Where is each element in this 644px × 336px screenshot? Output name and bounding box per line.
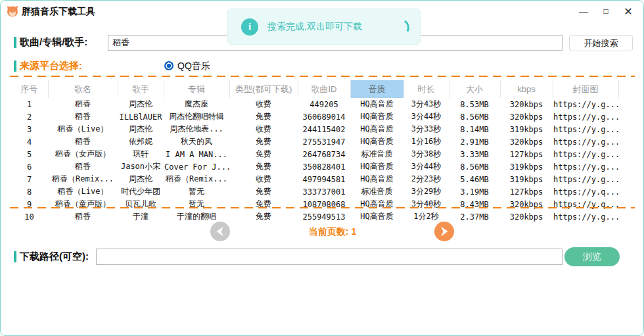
column-header[interactable]: 歌名 [48,80,118,98]
table-cell: HQ高音质 [350,198,403,210]
minimize-button[interactable]: — [572,3,595,20]
table-cell: 5.46MB [449,173,500,185]
table-cell [618,160,635,173]
accent-bar [14,37,16,48]
maximize-button[interactable]: □ [595,3,617,20]
table-cell: 3分44秒 [403,110,449,123]
table-cell: 2 [11,110,48,123]
table-cell [618,185,635,198]
table-cell: 6 [11,160,48,173]
column-header[interactable]: 封面图 [553,80,618,98]
table-cell: 127kbps [500,148,553,160]
dashed-divider-bottom [10,207,635,208]
column-header[interactable]: 歌手 [118,80,164,98]
table-cell: https://y.g... [553,123,618,135]
table-cell: 稻香 [48,98,118,110]
qq-music-radio[interactable] [164,61,173,70]
search-label: 歌曲/专辑/歌手: [20,36,87,49]
table-cell: 暂无 [164,198,229,210]
table-cell: 9 [11,198,48,210]
toast-message: 搜索完成,双击即可下载 [267,21,362,33]
table-cell: 320kbps [500,135,553,148]
table-cell: 稻香（童声版） [48,198,118,210]
table-cell: 3 [11,123,48,135]
column-header[interactable]: 大小 [449,80,500,98]
table-cell: 497994581 [298,173,350,185]
table-cell: 周杰伦 [118,173,164,185]
table-cell: 108708068 [298,198,350,210]
table-cell: 360689014 [298,110,350,123]
table-cell: 3分38秒 [403,148,449,160]
download-path-input[interactable] [96,249,563,265]
column-header[interactable]: 音质 [350,80,403,98]
results-table: 序号歌名歌手专辑类型(都可下载)歌曲ID音质时长大小kbps封面图 1稻香周杰伦… [11,80,635,223]
table-row[interactable]: 2稻香ILLBlAUER周杰伦翻唱特辑免费360689014HQ高音质3分44秒… [11,110,635,123]
table-cell: 于潼 [118,210,164,223]
table-cell: 免费 [229,110,298,123]
column-header[interactable]: kbps [500,80,553,98]
close-button[interactable]: ✕ [617,3,639,20]
table-cell: 8.53MB [449,98,500,110]
table-cell: 稻香（Remix... [164,173,229,185]
table-cell: 时代少年团 [118,185,164,198]
column-header[interactable]: 专辑 [164,80,229,98]
table-row[interactable]: 9稻香（童声版）贝瓦儿歌暂无免费108708068HQ高音质3分40秒8.43M… [11,198,635,210]
table-cell: 周杰伦 [118,123,164,135]
table-cell: https://y.g... [553,110,618,123]
table-cell: 免费 [229,198,298,210]
table-row[interactable]: 6稻香Jason小宋Cover For J...免费350828401HQ高音质… [11,160,635,173]
next-page-button[interactable] [434,222,454,241]
table-cell: 秋天的风 [164,135,229,148]
table-cell: 免费 [229,148,298,160]
table-cell: 3.19MB [449,185,500,198]
prev-arrow-icon [210,222,230,241]
table-cell: 琪轩 [118,148,164,160]
table-cell: https://y.g... [553,98,618,110]
table-cell: 333737001 [298,185,350,198]
table-row[interactable]: 1稻香周杰伦魔杰座收费449205HQ高音质3分43秒8.53MB320kbps… [11,98,635,110]
column-header[interactable]: 序号 [11,80,48,98]
column-header[interactable]: 类型(都可下载) [229,80,298,98]
table-row[interactable]: 5稻香（女声版）琪轩I AM A MAN...免费264768734标准音质3分… [11,148,635,160]
table-cell: 周杰伦翻唱特辑 [164,110,229,123]
table-cell: 3分44秒 [403,160,449,173]
table-cell [618,198,635,210]
column-header[interactable]: 歌曲ID [298,80,350,98]
table-cell: 449205 [298,98,350,110]
table-cell [618,110,635,123]
qq-music-radio-label[interactable]: QQ音乐 [177,60,210,72]
table-row[interactable]: 4稻香依邦妮秋天的风免费275531947HQ高音质1分16秒2.91MB320… [11,135,635,148]
prev-page-button[interactable] [210,222,230,241]
table-cell: HQ高音质 [350,160,403,173]
start-search-button[interactable]: 开始搜索 [569,35,633,51]
table-cell: 1分16秒 [403,135,449,148]
table-cell: 3分33秒 [403,123,449,135]
table-cell [618,173,635,185]
table-cell: 周杰伦地表... [164,123,229,135]
table-row[interactable]: 3稻香（Live）周杰伦周杰伦地表...收费244115402HQ高音质3分33… [11,123,635,135]
table-cell: HQ高音质 [350,173,403,185]
table-cell: 3分29秒 [403,185,449,198]
table-cell: https://y.g... [553,173,618,185]
table-cell [618,210,635,223]
table-cell: 320kbps [500,198,553,210]
table-cell: 收费 [229,173,298,185]
table-cell: 8.14MB [449,123,500,135]
table-cell: 3分40秒 [403,198,449,210]
table-cell: HQ高音质 [350,210,403,223]
table-row[interactable]: 7稻香（Remix...周杰伦稻香（Remix...收费497994581HQ高… [11,173,635,185]
table-cell: 4 [11,135,48,148]
table-cell: 暂无 [164,185,229,198]
table-cell: 3分43秒 [403,98,449,110]
table-row[interactable]: 8稻香（Live）时代少年团暂无免费333737001标准音质3分29秒3.19… [11,185,635,198]
accent-bar [14,251,16,262]
column-header[interactable]: 时长 [403,80,449,98]
table-header-row: 序号歌名歌手专辑类型(都可下载)歌曲ID音质时长大小kbps封面图 [11,80,635,98]
table-row[interactable]: 10稻香于潼于潼的翻唱免费255949513HQ高音质1分2秒2.37MB320… [11,210,635,223]
table-cell: 稻香（女声版） [48,148,118,160]
next-arrow-icon [434,222,454,241]
column-header[interactable] [618,80,635,98]
table-cell [618,135,635,148]
table-cell: 244115402 [298,123,350,135]
browse-button[interactable]: 浏览 [564,247,620,266]
